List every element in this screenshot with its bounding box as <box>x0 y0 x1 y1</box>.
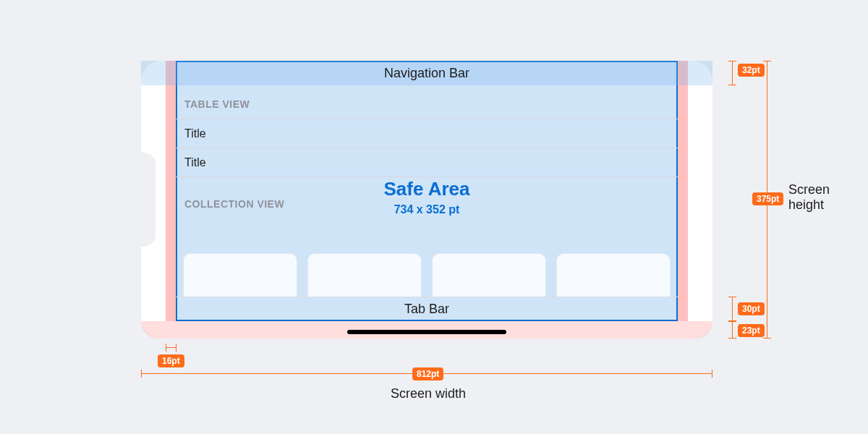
separator <box>176 119 678 119</box>
dim-cap <box>728 297 736 297</box>
tab-bar: Tab Bar <box>176 297 678 321</box>
collection-cards <box>183 253 671 297</box>
separator <box>176 176 678 177</box>
dim-cap <box>728 321 736 322</box>
content-area: TABLE VIEW Title Title COLLECTION VIEW <box>176 85 678 297</box>
device-notch <box>138 153 156 247</box>
dim-line-tabbar <box>732 297 733 321</box>
dim-cap <box>712 370 712 378</box>
dim-cap <box>763 61 771 61</box>
device-layout-diagram: Navigation Bar TABLE VIEW Title Title CO… <box>141 61 712 339</box>
axis-label-screen-width: Screen width <box>391 386 466 401</box>
dim-tabbar-height: 30pt <box>738 302 765 315</box>
dim-cap <box>141 370 142 378</box>
dim-cap <box>166 344 166 352</box>
axis-label-screen-height: Screen height <box>788 182 868 213</box>
collection-card <box>556 253 671 297</box>
left-margin-overlay <box>166 61 176 321</box>
separator <box>176 148 678 148</box>
table-view-header: TABLE VIEW <box>176 85 678 117</box>
collection-card <box>183 253 297 297</box>
dim-line-navbar <box>732 61 733 85</box>
dim-side-margin: 16pt <box>158 354 184 367</box>
navigation-bar-label: Navigation Bar <box>384 66 469 81</box>
dim-line-home <box>732 321 733 339</box>
table-row-title: Title <box>176 120 215 148</box>
dim-cap <box>176 344 176 352</box>
table-row-title: Title <box>176 149 215 176</box>
collection-view-header: COLLECTION VIEW <box>176 185 293 217</box>
dim-line-margin <box>166 347 176 348</box>
right-margin-overlay <box>678 61 688 321</box>
dim-screen-width: 812pt <box>412 367 443 380</box>
tab-bar-label: Tab Bar <box>404 302 449 317</box>
dim-cap <box>728 338 736 339</box>
dim-cap <box>763 338 771 339</box>
collection-card <box>432 253 546 297</box>
dim-screen-height: 375pt <box>752 192 783 205</box>
dim-home-height: 23pt <box>738 324 765 337</box>
collection-card <box>307 253 422 297</box>
home-indicator <box>347 330 506 334</box>
navigation-bar: Navigation Bar <box>141 61 712 85</box>
dim-cap <box>728 61 736 61</box>
dim-cap <box>728 85 736 85</box>
dim-navbar-height: 32pt <box>738 64 765 77</box>
